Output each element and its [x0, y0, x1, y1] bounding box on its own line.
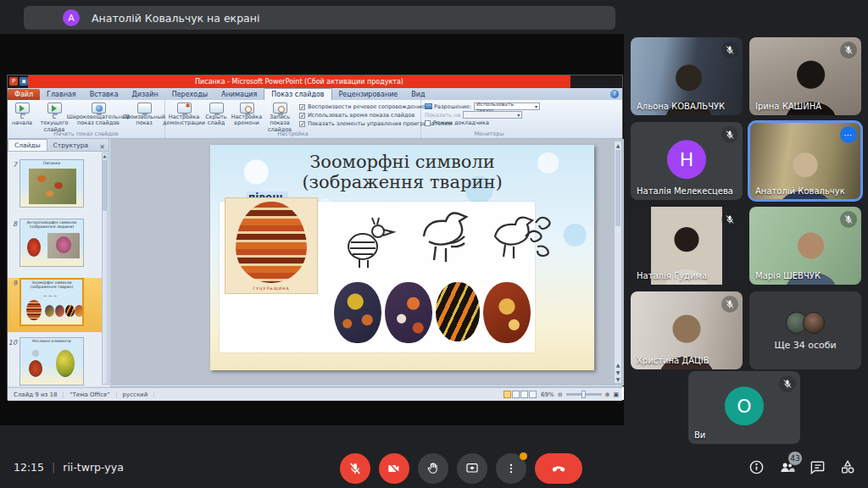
- from-beginning-button[interactable]: С начала: [8, 102, 36, 128]
- present-button[interactable]: [457, 453, 487, 484]
- rehearse-timings-icon: [240, 103, 254, 114]
- shared-screen[interactable]: P ▪ ↶ ↷ Писанка - Microsoft PowerPoint (…: [0, 34, 624, 425]
- thumb-number: 9: [8, 278, 19, 332]
- setup-slideshow-button[interactable]: Настройка демонстрации: [165, 102, 203, 128]
- participant-tile[interactable]: Наталія Гудима: [631, 207, 743, 285]
- custom-show-icon: [137, 103, 152, 114]
- tab-home[interactable]: Главная: [40, 89, 83, 100]
- rehearse-timings-button[interactable]: Настройка времени: [230, 102, 264, 128]
- tab-review[interactable]: Рецензирование: [332, 89, 405, 100]
- self-tile[interactable]: О Ви: [688, 371, 800, 444]
- mic-toggle-button[interactable]: [340, 453, 370, 484]
- zoom-in-icon[interactable]: ⊕: [605, 391, 610, 398]
- notification-dot: [520, 452, 527, 460]
- participant-tile[interactable]: Альона КОВАЛЬЧУК: [631, 37, 743, 115]
- panel-close-icon[interactable]: ✕: [96, 143, 108, 151]
- group-label-monitors: Мониторы: [421, 130, 557, 137]
- presenter-view-checkbox[interactable]: ✓ Режим докладчика: [425, 119, 557, 126]
- slide-title-line2: (зображення тварин): [210, 172, 594, 192]
- zoom-out-icon[interactable]: ⊖: [558, 391, 563, 398]
- slideshow-view-icon[interactable]: [529, 391, 537, 398]
- tab-design[interactable]: Дизайн: [125, 89, 165, 100]
- participant-tile[interactable]: Н Наталія Мелекесцева: [631, 122, 743, 200]
- scroll-up-icon[interactable]: ▲: [615, 141, 621, 149]
- zoom-slider[interactable]: [566, 393, 602, 396]
- chat-button[interactable]: [810, 459, 826, 479]
- meet-control-bar: 12:15 | rii-twrp-yya: [0, 449, 868, 488]
- slide-thumbnail-7[interactable]: 7 Писанка: [8, 159, 103, 214]
- group-label-start-show: Начать показ слайдов: [8, 130, 164, 137]
- participants-button[interactable]: 43: [778, 459, 796, 479]
- bird-drawing-3-icon: [487, 208, 559, 269]
- ppt-status-bar: Слайд 9 из 18 "Тема Office" русский 69% …: [8, 387, 622, 401]
- tab-transitions[interactable]: Переходы: [165, 89, 214, 100]
- mic-off-icon: [721, 211, 738, 228]
- participant-name: Альона КОВАЛЬЧУК: [637, 102, 725, 111]
- resolution-dropdown[interactable]: Использовать текущ...▾: [474, 103, 540, 110]
- custom-show-button[interactable]: Произвольный показ: [125, 102, 164, 128]
- slide-thumbnail-9-selected[interactable]: 9 Зооморфні символи (зображення тварин) …: [8, 278, 103, 332]
- participant-tile-active-speaker[interactable]: ⋯ Анатолій Ковальчук: [749, 122, 861, 200]
- presenter-avatar: А: [63, 9, 80, 26]
- slide-sorter-view-icon[interactable]: [512, 391, 520, 398]
- meet-window: А Анатолій Ковальчук на екрані P ▪ ↶ ↷ П…: [0, 0, 868, 488]
- tab-insert[interactable]: Вставка: [83, 89, 125, 100]
- participant-tile[interactable]: Ірина КАШИНА: [749, 37, 861, 115]
- ribbon-group-start-show: С начала С текущего слайда Широковещател…: [8, 100, 165, 138]
- scroll-down-icon[interactable]: ▼: [615, 375, 621, 383]
- tab-view[interactable]: Вид: [404, 89, 431, 100]
- panel-scrollbar[interactable]: ▲: [102, 152, 108, 385]
- slide-scrollbar[interactable]: ▲ ▲ ▼ ▼: [614, 141, 622, 384]
- more-options-button[interactable]: [496, 453, 526, 484]
- avatar: О: [725, 386, 764, 425]
- slide-thumbnail-8[interactable]: 8 Антропоморфні символи (зображення люди…: [8, 219, 103, 273]
- tab-slides[interactable]: Слайды: [8, 139, 47, 151]
- thumb-preview: Зооморфні символи (зображення тварин) 〜 …: [19, 278, 84, 326]
- chevron-down-icon: ▾: [517, 112, 520, 118]
- participant-name: Христина ДАЦІВ: [637, 356, 709, 365]
- camera-toggle-button[interactable]: [379, 453, 409, 484]
- hide-slide-icon: [209, 103, 224, 114]
- overflow-participants-tile[interactable]: Ще 34 особи: [749, 291, 861, 369]
- next-slide-icon[interactable]: ▼: [615, 369, 621, 375]
- ribbon-group-setup: Настройка демонстрации Скрыть слайд Наст…: [165, 100, 421, 138]
- slide-counter: Слайд 9 из 18: [8, 391, 64, 398]
- tab-animations[interactable]: Анимация: [214, 89, 264, 100]
- participant-name: Марія ШЕВЧУК: [755, 271, 821, 280]
- slide-canvas[interactable]: Зооморфні символи (зображення тварин): [210, 145, 594, 370]
- tab-file[interactable]: Файл: [8, 89, 40, 100]
- ppt-window-title: Писанка - Microsoft PowerPoint (Сбой акт…: [28, 75, 570, 88]
- participant-tile[interactable]: Христина ДАЦІВ: [631, 291, 743, 369]
- mic-off-icon: [840, 211, 857, 228]
- scroll-up-icon[interactable]: ▲: [103, 153, 107, 159]
- record-slideshow-button[interactable]: Запись показа слайдов: [264, 102, 296, 134]
- slide-thumbnail-10[interactable]: 10 Рослинні елементи: [8, 337, 103, 385]
- language-indicator[interactable]: русский: [117, 391, 155, 398]
- pysanka-photo-1: [334, 282, 381, 343]
- normal-view-icon[interactable]: [504, 391, 511, 398]
- slide-title-line1: Зооморфні символи: [210, 152, 594, 172]
- end-call-button[interactable]: [535, 453, 582, 484]
- previous-slide-icon[interactable]: ▲: [615, 362, 621, 368]
- activities-button[interactable]: [839, 459, 856, 479]
- tile-menu-button[interactable]: ⋯: [840, 126, 857, 143]
- ribbon: С начала С текущего слайда Широковещател…: [8, 100, 622, 139]
- pysanka-photo-3: [436, 282, 480, 341]
- ppt-title-bar: P ▪ ↶ ↷ Писанка - Microsoft PowerPoint (…: [8, 75, 622, 88]
- reading-view-icon[interactable]: [520, 391, 528, 398]
- pysanka-photo-4: [483, 282, 531, 343]
- raise-hand-button[interactable]: [418, 453, 448, 484]
- theme-name: "Тема Office": [64, 391, 116, 398]
- resolution-icon: [425, 103, 432, 109]
- broadcast-slideshow-button[interactable]: Широковещательный показ слайдов: [72, 102, 125, 128]
- fit-to-window-icon[interactable]: ▣: [613, 391, 619, 398]
- participant-tile[interactable]: Марія ШЕВЧУК: [749, 207, 861, 285]
- tab-outline[interactable]: Структура: [47, 140, 95, 151]
- meeting-details-button[interactable]: [748, 459, 765, 479]
- thumb-preview: Писанка: [19, 159, 84, 208]
- help-icon[interactable]: ?: [610, 90, 619, 98]
- checkbox-checked-icon: ✓: [299, 104, 305, 110]
- hide-slide-button[interactable]: Скрыть слайд: [203, 102, 230, 128]
- tab-slideshow[interactable]: Показ слайдов: [264, 88, 331, 100]
- save-icon[interactable]: ▪: [19, 77, 28, 86]
